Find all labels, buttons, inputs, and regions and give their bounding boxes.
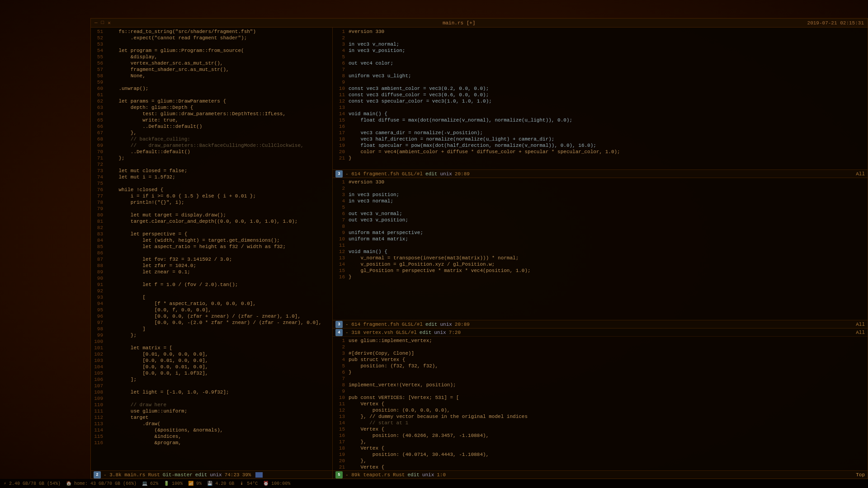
rm-encoding: unix xyxy=(440,322,452,327)
pane-number-rb: 4 xyxy=(335,329,343,336)
pane-number-rm: 3 xyxy=(335,321,343,328)
line-content: ..Default::default() xyxy=(107,123,202,130)
rt-lang: GLSL/#l xyxy=(402,171,423,177)
code-line: 1#version 330 xyxy=(333,28,868,35)
code-line: 72 xyxy=(91,161,332,168)
code-line: 16 xyxy=(333,123,868,130)
code-line: 109 xyxy=(91,395,332,402)
close-btn[interactable]: ✕ xyxy=(108,20,111,26)
code-line: 96 [0.0, 0.0, (zfar + znear) / (zfar - z… xyxy=(91,313,332,319)
code-line: 95 [0.0, f, 0.0, 0.0], xyxy=(91,307,332,313)
code-line: 102 [0.01, 0.0, 0.0, 0.0], xyxy=(91,351,332,357)
line-content: [0.0, 0.0, (zfar + znear) / (zfar - znea… xyxy=(107,313,301,319)
line-content: out vec3 v_position; xyxy=(349,217,408,223)
code-line: 113 .draw( xyxy=(91,421,332,427)
code-line: 116 &program, xyxy=(91,440,332,446)
code-line: 111 use glium::uniform; xyxy=(91,408,332,414)
code-line: 77 i = if i >= 6.0 { 1.5 } else { i + 0.… xyxy=(91,193,332,199)
code-line: 100 xyxy=(91,338,332,345)
code-line: 18 vec3 half_direction = normalize(norma… xyxy=(333,136,868,142)
line-content: // backface_culling: xyxy=(107,136,190,142)
main-rs-code[interactable]: 51 fs::read_to_string("src/shaders/fragm… xyxy=(91,28,332,470)
right-panes: 1#version 33023in vec3 v_normal;4in vec3… xyxy=(333,28,868,479)
code-line: 101 let matrix = [ xyxy=(91,345,332,351)
line-content: color = vec4(ambient_color + diffuse * d… xyxy=(349,149,620,155)
line-content: // draw here xyxy=(107,402,166,408)
line-content: Vertex { xyxy=(349,464,384,470)
line-content: (&positions, &normals), xyxy=(107,427,223,433)
line-content: #version 330 xyxy=(349,179,384,185)
code-line: 8implement_vertex!(Vertex, position); xyxy=(333,382,868,388)
pane-number-left: 2 xyxy=(94,471,101,479)
rt-encoding: unix xyxy=(440,171,452,177)
left-file-info: - 3.8k main.rs xyxy=(104,472,145,478)
right-top-pane: 1#version 33023in vec3 v_normal;4in vec3… xyxy=(333,28,868,178)
code-line: 17 }, xyxy=(333,439,868,445)
right-mid-status-bar: 3 - 614 fragment.fsh GLSL/#l edit unix 2… xyxy=(333,320,868,328)
code-line: 19 float specular = pow(max(dot(half_dir… xyxy=(333,142,868,149)
code-line: 83 let perspective = { xyxy=(91,231,332,237)
code-line: 9 xyxy=(333,388,868,394)
code-line: 5 xyxy=(333,54,868,60)
line-content: ..Default::default() xyxy=(107,149,190,155)
line-content: } xyxy=(349,155,352,161)
line-content: v_position = gl_Position.xyz / gl_Positi… xyxy=(349,261,495,267)
line-content: let (width, height) = target.get_dimensi… xyxy=(107,237,280,244)
line-content: Vertex { xyxy=(349,401,384,407)
line-content: // start at 1 xyxy=(349,420,408,426)
pane-number-rt: 3 xyxy=(335,170,343,178)
code-line: 17 vec3 camera_dir = normalize(-v_positi… xyxy=(333,130,868,136)
line-content: while !closed { xyxy=(107,187,163,193)
code-line: 6} xyxy=(333,369,868,375)
code-line: 16 position: (40.6266, 28.3457, -1.10884… xyxy=(333,432,868,439)
code-line: 75 xyxy=(91,180,332,187)
rm-lang: GLSL/#l xyxy=(402,322,423,327)
line-content: pub const VERTICES: [Vertex; 531] = [ xyxy=(349,394,459,401)
code-line: 82 xyxy=(91,225,332,231)
code-line: 10uniform mat4 matrix; xyxy=(333,236,868,242)
line-content: // draw_parameters::BackfaceCullingMode:… xyxy=(107,142,304,149)
code-line: 114 (&positions, &normals), xyxy=(91,427,332,433)
line-content: uniform mat4 matrix; xyxy=(349,236,408,242)
line-content: write: true, xyxy=(107,117,178,123)
sys-item-6: 💾 4.20 GB xyxy=(207,481,234,486)
code-line: 14 v_position = gl_Position.xyz / gl_Pos… xyxy=(333,261,868,267)
code-line: 76 while !closed { xyxy=(91,187,332,193)
code-line: 63 depth: glium::Depth { xyxy=(91,104,332,111)
code-line: 66 ..Default::default() xyxy=(91,123,332,130)
fragment-fsh-code-mid[interactable]: 1#version 33023in vec3 position;4in vec3… xyxy=(333,178,868,320)
left-pane-main: 51 fs::read_to_string("src/shaders/fragm… xyxy=(91,28,333,479)
fragment-fsh-code-top[interactable]: 1#version 33023in vec3 v_normal;4in vec3… xyxy=(333,28,868,169)
right-bot-status-bar: 5 - 89k teapot.rs Rust edit unix 1:0 Top xyxy=(333,470,868,479)
line-content: out vec4 color; xyxy=(349,60,393,66)
line-content: out vec3 v_normal; xyxy=(349,211,402,217)
line-content: let mut i = 1.5f32; xyxy=(107,174,175,180)
code-line: 15 float diffuse = max(dot(normalize(v_n… xyxy=(333,117,868,123)
title-bar-controls: — □ ✕ xyxy=(94,20,111,26)
right-bottom-pane: 4 - 318 vertex.vsh GLSL/#l edit unix 7:2… xyxy=(333,328,868,479)
code-line: 107 xyxy=(91,383,332,389)
line-content: let perspective = { xyxy=(107,231,187,237)
code-line: 14void main() { xyxy=(333,111,868,117)
window-title: main.rs [+] xyxy=(443,20,476,26)
line-content: }, xyxy=(107,130,137,136)
line-content: let program = glium::Program::from_sourc… xyxy=(107,47,244,54)
rt-file-info: - 614 fragment.fsh xyxy=(345,171,399,177)
code-line: 13 }, // dummy vector because in the ori… xyxy=(333,413,868,420)
code-line: 99 }; xyxy=(91,332,332,338)
vertex-vsh-code[interactable]: 1use glium::implement_vertex;23#[derive(… xyxy=(333,337,868,470)
maximize-btn[interactable]: □ xyxy=(101,20,104,26)
code-line: 8uniform vec3 u_light; xyxy=(333,73,868,79)
code-line: 15 Vertex { xyxy=(333,426,868,432)
code-line: 64 test: glium::draw_parameters::DepthTe… xyxy=(91,111,332,117)
code-line: 85 let aspect_ratio = height as f32 / wi… xyxy=(91,244,332,250)
line-content: uniform vec3 u_light; xyxy=(349,73,411,79)
line-content: vec3 half_direction = normalize(normaliz… xyxy=(349,136,554,142)
minimize-btn[interactable]: — xyxy=(94,20,98,26)
code-line: 59 xyxy=(91,79,332,85)
line-content: test: glium::draw_parameters::DepthTest:… xyxy=(107,111,286,117)
line-content: [0.0, 0.0, -(2.0 * zfar * znear) / (zfar… xyxy=(107,319,321,326)
line-content: [0.0, 0.01, 0.0, 0.0], xyxy=(107,357,208,364)
code-line: 58 None, xyxy=(91,73,332,79)
line-content: target xyxy=(107,414,148,421)
